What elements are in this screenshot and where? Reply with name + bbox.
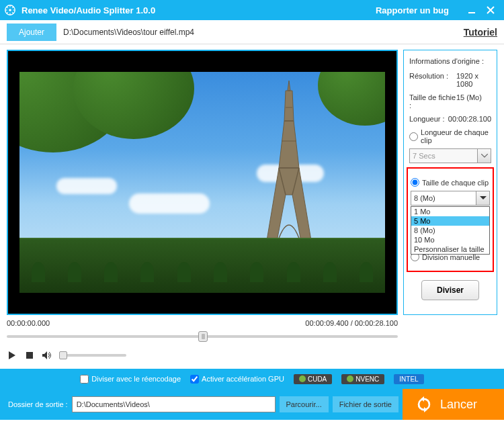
- size-option-8mo[interactable]: 8 (Mo): [411, 226, 489, 235]
- output-folder-path[interactable]: D:\Documents\Videos\: [72, 396, 276, 412]
- timeline-end: 00:00:09.400 / 00:00:28.100: [305, 319, 398, 327]
- filesize-label: Taille de fichie :: [409, 93, 456, 109]
- volume-knob[interactable]: [59, 351, 67, 359]
- radio-size-label: Taille de chaque clip: [422, 179, 489, 187]
- right-panel: Informations d'origine : Résolution :192…: [403, 50, 497, 315]
- options-bar: Diviser avec le réencodage Activer accél…: [0, 369, 504, 389]
- timeline-slider[interactable]: [7, 330, 398, 343]
- play-icon[interactable]: [7, 350, 17, 361]
- info-heading: Informations d'origine :: [409, 57, 491, 65]
- size-select-value: 8 (Mo): [414, 194, 435, 202]
- filesize-value: 15 (Mo): [456, 93, 491, 109]
- svg-rect-3: [26, 352, 33, 359]
- launch-button[interactable]: Lancer: [403, 389, 504, 420]
- app-logo-icon: [4, 4, 16, 16]
- current-file-path: D:\Documents\Videos\tour eiffel.mp4: [63, 28, 464, 37]
- length-value: 00:00:28.100: [448, 115, 491, 123]
- video-preview[interactable]: [7, 50, 398, 315]
- output-folder-label: Dossier de sortie :: [8, 400, 68, 408]
- size-option-custom[interactable]: Personnaliser la taille: [411, 244, 489, 254]
- radio-size-input[interactable]: [411, 178, 419, 187]
- length-label: Longueur :: [409, 115, 448, 123]
- add-button[interactable]: Ajouter: [7, 24, 56, 41]
- radio-length-label: Longueur de chaque clip: [421, 128, 491, 144]
- chevron-down-icon[interactable]: [476, 191, 489, 205]
- playback-controls: [7, 350, 398, 361]
- volume-icon[interactable]: [42, 350, 52, 361]
- close-button[interactable]: [481, 1, 500, 19]
- main-area: 00:00:00.000 00:00:09.400 / 00:00:28.100…: [0, 44, 504, 366]
- browse-button[interactable]: Parcourir...: [280, 396, 329, 412]
- size-option-1mo[interactable]: 1 Mo: [411, 207, 489, 216]
- size-dropdown: 1 Mo 5 Mo 8 (Mo) 10 Mo Personnaliser la …: [411, 206, 490, 255]
- chevron-down-icon[interactable]: [477, 149, 491, 163]
- app-title: Renee Video/Audio Splitter 1.0.0: [22, 5, 376, 15]
- divide-button[interactable]: Diviser: [421, 280, 479, 300]
- radio-length-input[interactable]: [409, 132, 418, 141]
- cuda-badge: CUDA: [294, 374, 332, 384]
- size-option-10mo[interactable]: 10 Mo: [411, 235, 489, 244]
- gpu-checkbox[interactable]: Activer accélération GPU: [190, 375, 284, 384]
- nvenc-badge: NVENC: [341, 374, 384, 384]
- resolution-value: 1920 x 1080: [456, 72, 491, 88]
- launch-label: Lancer: [440, 398, 477, 412]
- open-output-folder-button[interactable]: Fichier de sortie: [333, 396, 398, 412]
- intel-badge: INTEL: [394, 374, 423, 384]
- size-split-section: Taille de chaque clip 8 (Mo) 1 Mo 5 Mo 8…: [407, 167, 494, 272]
- timeline-handle[interactable]: [198, 331, 208, 342]
- eiffel-tower-graphic: [259, 81, 319, 249]
- refresh-icon: [416, 396, 432, 412]
- radio-split-by-size[interactable]: Taille de chaque clip: [411, 178, 490, 187]
- minimize-button[interactable]: [462, 1, 481, 19]
- footer-bar: Dossier de sortie : D:\Documents\Videos\…: [0, 389, 504, 420]
- radio-split-by-length[interactable]: Longueur de chaque clip: [409, 128, 491, 144]
- stop-icon[interactable]: [24, 350, 35, 361]
- length-select-value: 7 Secs: [413, 152, 435, 160]
- report-bug-link[interactable]: Rapporter un bug: [376, 5, 449, 15]
- tutorial-link[interactable]: Tutoriel: [464, 27, 497, 38]
- size-select[interactable]: 8 (Mo) 1 Mo 5 Mo 8 (Mo) 10 Mo Personnali…: [411, 191, 490, 206]
- timeline-start: 00:00:00.000: [7, 319, 50, 327]
- reencode-checkbox[interactable]: Diviser avec le réencodage: [80, 375, 181, 384]
- svg-rect-2: [468, 12, 475, 13]
- svg-point-1: [9, 9, 11, 11]
- volume-slider[interactable]: [59, 354, 126, 357]
- titlebar: Renee Video/Audio Splitter 1.0.0 Rapport…: [0, 0, 504, 20]
- left-panel: 00:00:00.000 00:00:09.400 / 00:00:28.100: [7, 50, 398, 366]
- length-select[interactable]: 7 Secs: [409, 148, 491, 163]
- timeline-labels: 00:00:00.000 00:00:09.400 / 00:00:28.100: [7, 319, 398, 327]
- toolbar: Ajouter D:\Documents\Videos\tour eiffel.…: [0, 20, 504, 44]
- resolution-label: Résolution :: [409, 72, 456, 88]
- size-option-5mo[interactable]: 5 Mo: [411, 216, 489, 226]
